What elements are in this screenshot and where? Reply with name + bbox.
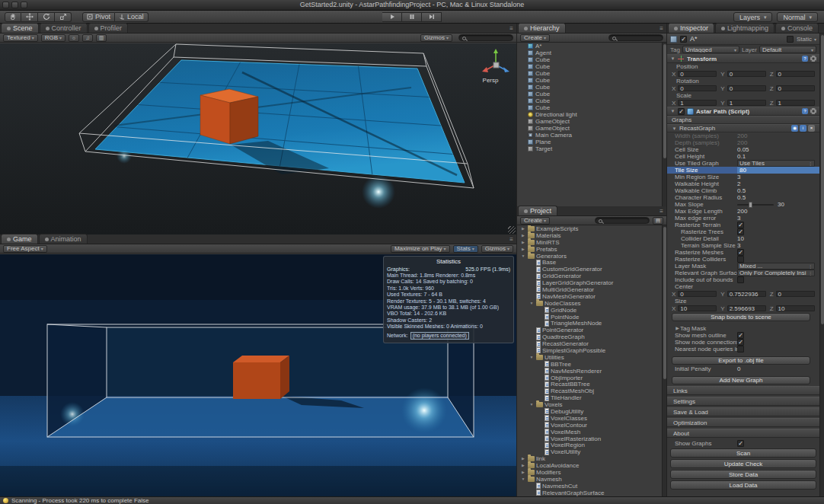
action-button[interactable]: Load Data [670,480,816,490]
project-item[interactable]: PointGenerator [517,327,662,333]
dropdown-field[interactable]: Mixed ... [737,263,815,270]
vector-field[interactable]: 0 [678,71,717,77]
vector-field[interactable]: 0 [776,291,815,297]
scale-tool-button[interactable] [55,12,72,22]
slider[interactable] [737,204,774,206]
inspector-button[interactable]: Add New Graph [672,376,810,384]
foldout-arrow-icon[interactable]: ▶ [520,225,526,232]
project-item[interactable]: VoxelUtility [517,448,662,455]
project-item[interactable]: ▶link [517,455,662,462]
layers-dropdown[interactable]: Layers [733,12,773,22]
audio-toggle-icon[interactable]: ♫ [82,34,93,42]
value-field[interactable]: 0.1 [737,153,746,160]
project-create-dropdown[interactable]: Create [520,217,550,225]
pause-button[interactable] [402,12,422,22]
hierarchy-item[interactable]: GameObject [517,118,662,125]
foldout-arrow-icon[interactable]: ▶ [520,246,526,253]
inspector-scrollbar[interactable] [819,33,824,496]
stats-toggle[interactable]: Stats [453,245,478,253]
graphs-header[interactable]: Graphs [667,116,819,124]
project-item[interactable]: MultiGridGenerator [517,286,662,293]
foldout-arrow-icon[interactable]: ▶ [520,462,526,469]
foldout-arrow-icon[interactable]: ▶ [520,469,526,476]
persp-label[interactable]: Persp [474,77,507,84]
project-item[interactable]: GridNode [517,307,662,314]
tab-hierarchy[interactable]: Hierarchy [518,23,566,33]
graph-delete-icon[interactable]: × [808,125,815,132]
project-item[interactable]: VoxelRasterization [517,435,662,442]
transform-component-header[interactable]: ▼ Transform [667,54,819,63]
recastgraph-header[interactable]: ▼ RecastGraph ◉ i × [667,124,819,132]
checkbox[interactable] [737,332,744,339]
vector-field[interactable]: 1 [678,100,717,106]
dropdown-field[interactable]: Only For Completely Insi [737,270,815,276]
hierarchy-item[interactable]: Target [517,145,662,152]
project-item[interactable]: RelevantGraphSurface [517,490,662,496]
help-icon[interactable] [802,56,808,62]
project-item[interactable]: TriangleMeshNode [517,320,662,327]
vector-field[interactable]: 1 [776,100,815,106]
component-enabled-checkbox[interactable] [678,108,685,115]
value-field[interactable]: 0 [737,365,740,372]
hierarchy-scrollbar[interactable] [662,43,666,206]
project-item[interactable]: VoxelMesh [517,429,662,435]
project-item[interactable]: ▶Modifiers [517,469,662,476]
overlay-toggle-icon[interactable]: ▥ [96,34,107,42]
hierarchy-item[interactable]: Cube [517,63,662,70]
hierarchy-item[interactable]: Cube [517,77,662,84]
value-field[interactable]: 0.5 [737,187,746,194]
foldout-arrow-icon[interactable]: ▶ [520,455,526,462]
project-search-input[interactable] [595,217,650,224]
hierarchy-item[interactable]: A* [517,43,662,49]
project-item[interactable]: NavmeshCut [517,483,662,490]
step-button[interactable] [422,12,442,22]
foldout-arrow-icon[interactable]: ▼ [529,300,535,307]
lighting-toggle-icon[interactable]: ☼ [69,34,79,42]
gear-icon[interactable] [810,56,816,62]
action-button[interactable]: Update Check [670,459,816,468]
checkbox[interactable] [737,346,744,352]
vector-field[interactable]: 2.596693 [727,305,766,311]
layer-dropdown[interactable]: Default [759,46,816,53]
hierarchy-item[interactable]: Cube [517,84,662,91]
vector-field[interactable]: 10 [678,305,717,311]
section-header[interactable]: Settings [667,397,819,406]
foldout-arrow-icon[interactable]: ▼ [670,109,675,113]
scroll-thumb[interactable] [663,44,666,158]
vector-field[interactable]: 1 [727,100,766,106]
project-item[interactable]: ▶ExampleScripts [517,225,662,232]
astar-component-header[interactable]: ▼ Astar Path (Script) [667,107,819,116]
checkbox[interactable] [737,339,744,346]
project-item[interactable]: NavMeshRenderer [517,368,662,375]
resize-grip-icon[interactable] [508,226,516,234]
maximize-on-play-toggle[interactable]: Maximize on Play [391,245,450,253]
static-checkbox[interactable] [787,36,794,43]
checkbox[interactable] [737,276,744,283]
value-field[interactable]: 3 [737,174,740,180]
layout-dropdown[interactable]: Normal [777,12,818,22]
hierarchy-item[interactable]: Agent [517,49,662,56]
project-item[interactable]: ▶MiniRTS [517,239,662,246]
value-field[interactable]: 3 [737,215,740,222]
tag-dropdown[interactable]: Untagged [682,46,739,53]
project-item[interactable]: VoxelClasses [517,415,662,422]
hierarchy-item[interactable]: Cube [517,97,662,104]
vector-field[interactable]: 0 [776,71,815,77]
project-settings-icon[interactable]: ▤ [653,217,663,225]
project-item[interactable]: ObjImporter [517,375,662,381]
hierarchy-item[interactable]: Cube [517,70,662,77]
property-value-field[interactable]: 80 [737,167,819,174]
graph-visibility-icon[interactable]: ◉ [791,125,798,132]
tab-inspector[interactable]: Inspector [668,23,714,33]
game-gizmos-dropdown[interactable]: Gizmos [481,245,513,253]
tab-project[interactable]: Project [518,206,557,215]
value-field[interactable]: 0.5 [737,194,746,201]
hierarchy-item[interactable]: Main Camera [517,132,662,139]
hierarchy-item[interactable]: Plane [517,139,662,145]
inspector-button[interactable]: Snap bounds to scene [672,313,810,321]
checkbox[interactable] [737,228,744,235]
gameobject-name-field[interactable]: A* [690,35,784,43]
foldout-arrow-icon[interactable]: ▼ [529,354,535,361]
tab-controller[interactable]: Controller [40,23,88,33]
inspector-button[interactable]: Export to .obj file [672,356,810,365]
